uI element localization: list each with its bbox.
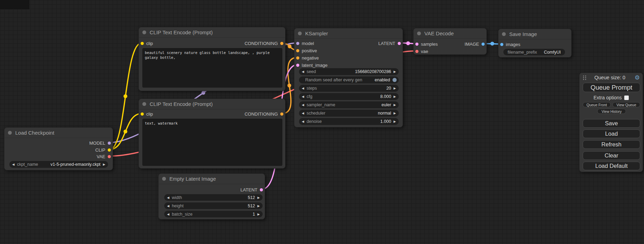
latent-output-port[interactable] [398,42,401,45]
collapse-dot-icon[interactable] [502,32,506,36]
node-title-bar[interactable]: VAE Decode [414,28,486,39]
increment-arrow-icon[interactable]: ▶ [257,211,260,218]
latent-output-port[interactable] [260,188,263,191]
positive-input-port[interactable] [296,49,299,52]
widget-label: scheduler [307,111,325,116]
view-history-button[interactable]: View History [597,109,626,114]
collapse-dot-icon[interactable] [417,31,421,35]
clip-input-port[interactable] [141,112,144,116]
node-title-bar[interactable]: CLIP Text Encode (Prompt) [139,99,285,109]
node-load-checkpoint[interactable]: Load Checkpoint MODEL CLIP VAE ◀ ckpt_na… [4,127,113,170]
increment-arrow-icon[interactable]: ▶ [394,93,396,100]
positive-prompt-textarea[interactable]: beautiful scenery nature glass bottle la… [142,48,282,88]
decrement-arrow-icon[interactable]: ◀ [302,93,304,100]
node-title-bar[interactable]: Load Checkpoint [5,128,113,138]
widget-label: steps [307,86,317,91]
cfg-widget[interactable]: ◀ cfg 8.000 ▶ [299,93,399,100]
gear-icon[interactable]: ⚙ [635,75,640,81]
decrement-arrow-icon[interactable]: ◀ [302,68,304,75]
view-queue-button[interactable]: View Queue [612,102,640,107]
widget-value: 512 [248,195,255,200]
collapse-dot-icon[interactable] [142,30,146,34]
widget-label: cfg [307,94,312,99]
node-title-bar[interactable]: Save Image [499,29,571,39]
ckpt-name-widget[interactable]: ◀ ckpt_name v1-5-pruned-emaonly.ckpt ▶ [9,161,108,168]
node-save-image[interactable]: Save Image images filename_prefix ComfyU… [498,29,572,57]
node-empty-latent-image[interactable]: Empty Latent Image LATENT ◀ width 512 ▶ … [158,173,265,219]
node-title-bar[interactable]: Empty Latent Image [159,174,265,184]
negative-prompt-textarea[interactable]: text, watermark [142,119,282,166]
load-default-button[interactable]: Load Default [583,162,640,170]
clip-input-port[interactable] [141,42,144,45]
decrement-arrow-icon[interactable]: ◀ [302,110,304,117]
increment-arrow-icon[interactable]: ▶ [394,110,396,117]
node-clip-text-encode-negative[interactable]: CLIP Text Encode (Prompt) clip CONDITION… [139,99,285,169]
load-button[interactable]: Load [583,129,640,138]
increment-arrow-icon[interactable]: ▶ [257,194,260,201]
output-label-model: MODEL [89,141,105,146]
seed-widget[interactable]: ◀ seed 156680208700286 ▶ [299,68,399,75]
denoise-widget[interactable]: ◀ denoise 1.000 ▶ [299,118,399,125]
scheduler-widget[interactable]: ◀ scheduler normal ▶ [299,110,399,117]
refresh-button[interactable]: Refresh [583,140,640,149]
clear-button[interactable]: Clear [583,151,640,160]
filename-prefix-widget[interactable]: filename_prefix ComfyUI [503,49,565,55]
sampler-name-widget[interactable]: ◀ sampler_name euler ▶ [299,101,399,108]
decrement-arrow-icon[interactable]: ◀ [167,202,169,209]
width-widget[interactable]: ◀ width 512 ▶ [164,194,263,201]
output-label-clip: CLIP [95,147,105,153]
height-widget[interactable]: ◀ height 512 ▶ [164,202,263,209]
decrement-arrow-icon[interactable]: ◀ [302,118,304,125]
model-input-port[interactable] [296,42,299,45]
widget-value: ComfyUI [544,50,561,55]
latent-image-input-port[interactable] [296,64,299,67]
widget-value: 512 [248,204,255,208]
node-title: Save Image [509,31,537,37]
node-title-bar[interactable]: KSampler [294,28,403,39]
negative-input-port[interactable] [296,56,299,60]
output-label-conditioning: CONDITIONING [245,111,278,117]
node-clip-text-encode-positive[interactable]: CLIP Text Encode (Prompt) clip CONDITION… [139,27,285,91]
widget-label: seed [307,69,316,74]
random-seed-toggle-widget[interactable]: Random seed after every gen enabled [299,76,399,83]
collapse-dot-icon[interactable] [142,102,146,106]
collapse-dot-icon[interactable] [8,131,12,135]
increment-arrow-icon[interactable]: ▶ [394,101,396,108]
collapse-dot-icon[interactable] [298,31,302,35]
increment-arrow-icon[interactable]: ▶ [394,68,396,75]
decrement-arrow-icon[interactable]: ◀ [302,85,304,92]
drag-handle-icon[interactable] [583,75,584,76]
clip-output-port[interactable] [108,148,111,152]
samples-input-port[interactable] [415,43,418,46]
extra-options-label: Extra options [593,95,622,100]
save-button[interactable]: Save [583,119,640,128]
queue-size-label: Queue size: 0 [585,75,635,80]
queue-front-button[interactable]: Queue Front [583,102,611,107]
decrement-arrow-icon[interactable]: ◀ [167,211,169,218]
decrement-arrow-icon[interactable]: ◀ [167,194,169,201]
decrement-arrow-icon[interactable]: ◀ [302,101,304,108]
node-title-bar[interactable]: CLIP Text Encode (Prompt) [139,27,285,38]
images-input-port[interactable] [500,43,503,46]
queue-prompt-button[interactable]: Queue Prompt [583,83,640,92]
collapse-dot-icon[interactable] [162,177,166,181]
image-output-port[interactable] [482,43,485,46]
vae-input-port[interactable] [415,50,418,53]
decrement-arrow-icon[interactable]: ◀ [12,161,15,168]
output-label-image: IMAGE [465,42,479,47]
conditioning-output-port[interactable] [280,42,283,45]
batch-size-widget[interactable]: ◀ batch_size 1 ▶ [164,211,263,217]
steps-widget[interactable]: ◀ steps 20 ▶ [299,85,399,92]
vae-output-port[interactable] [108,155,111,158]
increment-arrow-icon[interactable]: ▶ [257,202,260,209]
toggle-dot-icon[interactable] [392,78,397,82]
graph-canvas[interactable]: Load Checkpoint MODEL CLIP VAE ◀ ckpt_na… [0,0,644,244]
model-output-port[interactable] [108,142,111,145]
increment-arrow-icon[interactable]: ▶ [103,161,105,168]
node-ksampler[interactable]: KSampler model LATENT positive negative … [294,28,403,127]
increment-arrow-icon[interactable]: ▶ [394,118,396,125]
increment-arrow-icon[interactable]: ▶ [394,85,396,92]
extra-options-checkbox[interactable] [624,96,629,100]
conditioning-output-port[interactable] [280,112,283,116]
node-vae-decode[interactable]: VAE Decode samples IMAGE vae [413,28,487,55]
